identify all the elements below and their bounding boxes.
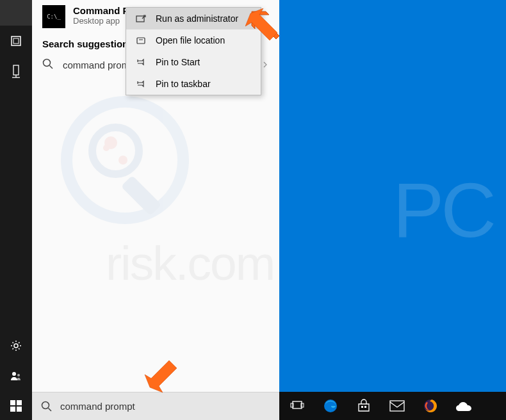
svg-rect-14 xyxy=(136,16,144,22)
svg-point-5 xyxy=(14,344,18,348)
menu-pin-to-start[interactable]: Pin to Start xyxy=(126,51,261,73)
svg-rect-25 xyxy=(390,401,404,411)
svg-rect-19 xyxy=(293,401,302,408)
svg-rect-2 xyxy=(13,65,19,75)
svg-line-13 xyxy=(50,66,53,69)
task-view-icon[interactable] xyxy=(284,392,310,420)
search-input[interactable] xyxy=(60,401,270,412)
onedrive-icon[interactable] xyxy=(451,392,477,420)
expand-icon[interactable] xyxy=(0,0,32,26)
search-bar xyxy=(32,392,279,420)
svg-rect-23 xyxy=(361,406,363,408)
chevron-right-icon xyxy=(261,61,269,69)
menu-pin-to-taskbar[interactable]: Pin to taskbar xyxy=(126,73,261,95)
app-shortcut-2[interactable] xyxy=(0,56,32,87)
firefox-icon[interactable] xyxy=(418,392,443,420)
edge-browser-icon[interactable] xyxy=(318,392,343,420)
mail-icon[interactable] xyxy=(384,392,410,420)
svg-line-18 xyxy=(49,408,52,411)
app-shortcut-1[interactable] xyxy=(0,26,32,56)
search-icon xyxy=(41,401,53,412)
svg-rect-24 xyxy=(364,406,366,408)
search-icon xyxy=(42,58,55,71)
pcrisk-watermark-text: risk.com xyxy=(106,236,274,291)
folder-icon xyxy=(135,35,147,46)
svg-point-6 xyxy=(12,372,16,376)
svg-rect-8 xyxy=(10,400,15,405)
menu-item-label: Pin to Start xyxy=(156,57,200,67)
svg-point-7 xyxy=(17,374,20,376)
menu-item-label: Open file location xyxy=(156,35,225,45)
menu-run-as-administrator[interactable]: Run as administrator xyxy=(126,8,261,29)
svg-rect-1 xyxy=(13,38,19,44)
start-button[interactable] xyxy=(0,392,32,420)
store-icon[interactable] xyxy=(351,392,377,420)
svg-rect-9 xyxy=(17,400,22,405)
svg-rect-15 xyxy=(137,38,145,44)
admin-icon xyxy=(135,13,147,24)
svg-point-12 xyxy=(44,60,51,67)
start-sidebar xyxy=(0,0,32,420)
command-prompt-icon: C:\_ xyxy=(42,5,65,28)
svg-rect-11 xyxy=(17,407,22,412)
settings-icon[interactable] xyxy=(0,330,32,361)
context-menu: Run as administrator Open file location … xyxy=(126,7,261,95)
taskbar xyxy=(279,392,506,420)
svg-rect-10 xyxy=(10,407,15,412)
svg-point-17 xyxy=(42,401,49,408)
pcrisk-watermark-badge xyxy=(61,96,189,224)
pin-icon xyxy=(135,56,147,68)
svg-rect-0 xyxy=(12,36,20,45)
menu-item-label: Run as administrator xyxy=(156,13,238,24)
menu-item-label: Pin to taskbar xyxy=(156,79,211,89)
user-account-icon[interactable] xyxy=(0,361,32,392)
pin-icon xyxy=(135,78,147,90)
menu-open-file-location[interactable]: Open file location xyxy=(126,29,261,51)
